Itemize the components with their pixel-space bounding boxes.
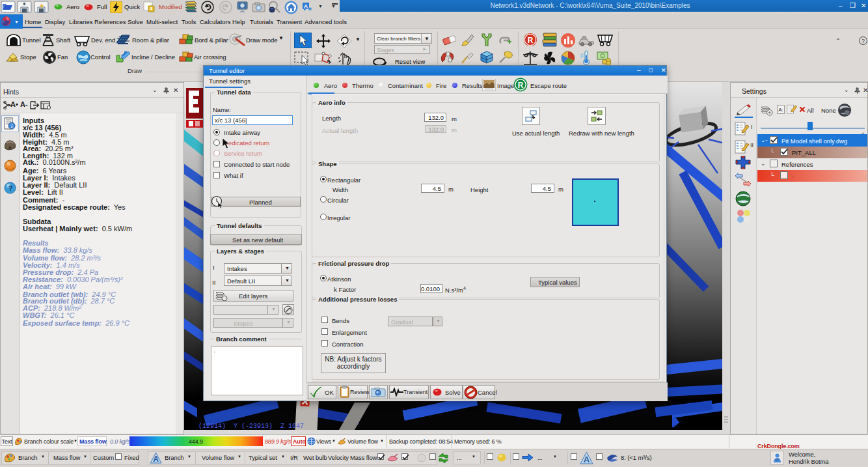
svg-text:A: A — [304, 3, 308, 10]
svg-text:?: ? — [861, 38, 865, 44]
svg-text:R: R — [518, 81, 524, 90]
svg-text:R: R — [528, 36, 534, 45]
svg-text:A: A — [584, 455, 590, 464]
svg-text:(12914) Y (-23913) Z 1647: (12914) Y (-23913) Z 1647 — [198, 423, 304, 430]
svg-text:A: A — [153, 455, 159, 464]
svg-text:?: ? — [8, 184, 13, 192]
